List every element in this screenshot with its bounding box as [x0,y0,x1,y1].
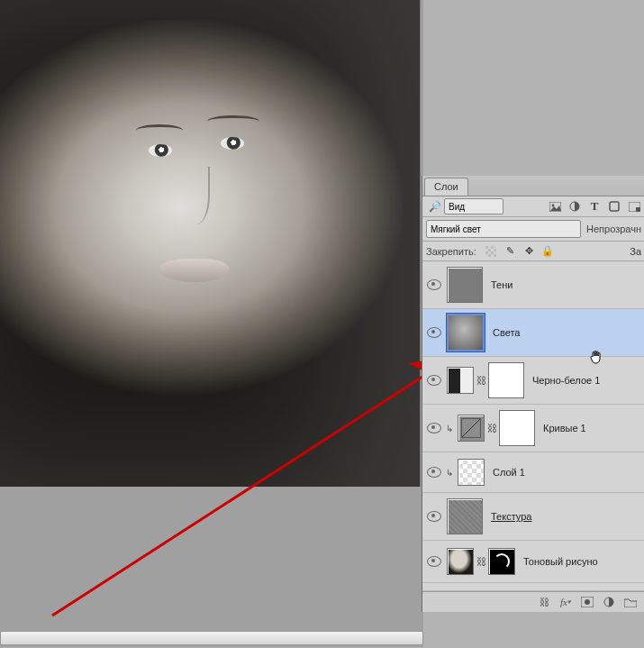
layer-name[interactable]: Слой 1 [493,467,525,478]
portrait-detail [221,137,244,150]
clip-icon: ↳ [444,424,455,434]
lock-all-icon[interactable]: 🔒 [541,244,555,258]
layer-name[interactable]: Текстура [491,511,531,522]
clip-icon: ↳ [444,468,455,478]
portrait-detail [149,144,172,157]
svg-point-2 [551,204,554,206]
filter-row: 🔎 Вид T [422,196,644,217]
layer-row[interactable]: ↳ Слой 1 [422,452,644,493]
canvas-area[interactable] [0,0,423,647]
lock-label: Закрепить: [426,246,476,257]
link-icon[interactable]: ⛓ [535,595,553,609]
visibility-icon[interactable] [427,279,441,290]
status-strip [0,631,423,645]
layer-thumbnail[interactable] [447,314,485,351]
visibility-icon[interactable] [427,511,441,522]
layer-thumbnail[interactable] [447,267,483,303]
stage: Слои 🔎 Вид T Мягкий свет Непрозрачн Закр… [0,0,644,648]
layer-row[interactable]: ⛓ Тоновый рисуно [422,541,644,583]
visibility-icon[interactable] [427,467,441,478]
layer-name[interactable]: Черно-белое 1 [532,375,600,386]
image-icon[interactable] [548,199,562,214]
adjust-icon[interactable] [567,199,582,214]
layer-name[interactable]: Света [493,327,520,338]
layer-row[interactable]: Тени [422,261,644,309]
smart-icon[interactable] [627,199,641,214]
fill-label: За [630,246,641,257]
adjustment-icon[interactable] [447,367,474,394]
portrait-detail [136,124,183,136]
lock-position-icon[interactable]: ✥ [522,244,536,258]
adjustment-icon[interactable] [458,415,485,442]
layer-row[interactable]: ↳ ⛓ Кривые 1 [422,405,644,452]
layer-row[interactable]: Текстура [422,493,644,541]
type-icon[interactable]: T [587,199,602,214]
tab-layers[interactable]: Слои [424,178,468,196]
layers-list: Тени Света ⛓ Черно-белое 1 ↳ ⛓ Крив [422,261,644,591]
blend-row: Мягкий свет Непрозрачн [422,217,644,242]
svg-rect-6 [636,207,640,212]
filter-kind-select[interactable]: Вид [444,198,503,214]
mask-thumbnail[interactable] [488,548,515,575]
mask-thumbnail[interactable] [499,410,535,446]
layer-name[interactable]: Кривые 1 [543,423,586,434]
layer-thumbnail[interactable] [447,498,483,534]
lock-pixels-icon[interactable]: ✎ [503,244,517,258]
fx-icon[interactable]: fx▾ [557,595,575,609]
visibility-icon[interactable] [427,375,441,386]
visibility-icon[interactable] [427,423,441,434]
opacity-label: Непрозрачн [586,224,641,234]
panel-footer: ⛓ fx▾ [422,591,644,612]
layer-thumbnail[interactable] [458,459,485,486]
svg-rect-4 [610,202,619,211]
svg-rect-7 [485,246,496,257]
svg-point-11 [585,599,590,605]
layers-panel: Слои 🔎 Вид T Мягкий свет Непрозрачн Закр… [422,176,644,612]
mask-thumbnail[interactable] [488,362,524,398]
visibility-icon[interactable] [427,556,441,567]
mask-link-icon[interactable]: ⛓ [476,375,485,386]
layer-row[interactable]: Света [422,309,644,357]
panel-tabbar: Слои [422,176,644,196]
portrait-detail [183,167,210,224]
layer-name[interactable]: Тоновый рисуно [523,556,598,567]
layer-row[interactable]: ⛓ Черно-белое 1 [422,357,644,405]
visibility-icon[interactable] [427,327,441,338]
shape-icon[interactable] [607,199,621,214]
lock-transparent-icon[interactable] [485,244,498,258]
lock-row: Закрепить: ✎ ✥ 🔒 За [422,242,644,261]
mask-link-icon[interactable]: ⛓ [476,556,485,567]
document-image[interactable] [0,0,421,487]
adjust-circle-icon[interactable] [600,595,618,609]
portrait-detail [207,115,259,127]
group-icon[interactable] [621,595,639,609]
mask-icon[interactable] [578,595,596,609]
layer-name[interactable]: Тени [491,279,512,290]
mask-link-icon[interactable]: ⛓ [487,423,496,434]
blend-mode-select[interactable]: Мягкий свет [426,220,581,238]
layer-thumbnail[interactable] [447,548,474,575]
portrait-detail [160,259,229,282]
